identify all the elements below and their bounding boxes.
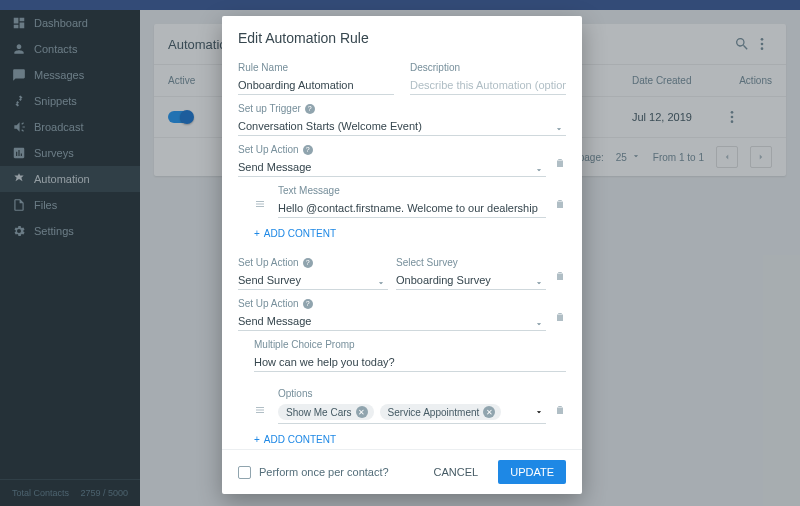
action-label: Set Up Action? (238, 144, 546, 155)
perform-once-label: Perform once per contact? (259, 466, 414, 478)
rule-name-label: Rule Name (238, 62, 394, 73)
cancel-button[interactable]: CANCEL (422, 460, 491, 484)
chip: Show Me Cars✕ (278, 404, 374, 420)
drag-icon[interactable] (254, 402, 266, 420)
trigger-select[interactable] (238, 116, 566, 136)
delete-content-icon[interactable] (554, 196, 566, 214)
update-button[interactable]: UPDATE (498, 460, 566, 484)
text-message-label: Text Message (278, 185, 546, 196)
text-message-input[interactable] (278, 199, 546, 218)
delete-action-icon[interactable] (554, 155, 566, 173)
chip-remove-icon[interactable]: ✕ (356, 406, 368, 418)
perform-once-checkbox[interactable] (238, 466, 251, 479)
chip: Service Appointment✕ (380, 404, 502, 420)
help-icon[interactable]: ? (303, 299, 313, 309)
options-label: Options (278, 388, 546, 399)
modal-title: Edit Automation Rule (222, 16, 582, 54)
mc-prompt-input[interactable] (254, 353, 566, 372)
action2-select[interactable] (238, 270, 388, 290)
action-label: Set Up Action? (238, 257, 388, 268)
survey-select[interactable] (396, 270, 546, 290)
description-label: Description (410, 62, 566, 73)
add-content-button[interactable]: +ADD CONTENT (254, 434, 566, 445)
chip-remove-icon[interactable]: ✕ (483, 406, 495, 418)
action1-select[interactable] (238, 157, 546, 177)
help-icon[interactable]: ? (303, 258, 313, 268)
action-label: Set Up Action? (238, 298, 546, 309)
drag-icon[interactable] (254, 196, 266, 214)
delete-content-icon[interactable] (554, 402, 566, 420)
help-icon[interactable]: ? (303, 145, 313, 155)
select-survey-label: Select Survey (396, 257, 546, 268)
delete-action-icon[interactable] (554, 268, 566, 286)
rule-name-input[interactable] (238, 76, 394, 95)
help-icon[interactable]: ? (305, 104, 315, 114)
mc-prompt-label: Multiple Choice Promp (254, 339, 566, 350)
add-content-button[interactable]: +ADD CONTENT (254, 228, 566, 239)
options-chips[interactable]: Show Me Cars✕ Service Appointment✕ (278, 401, 546, 424)
delete-action-icon[interactable] (554, 309, 566, 327)
description-input[interactable] (410, 76, 566, 95)
edit-automation-modal: Edit Automation Rule Rule Name Descripti… (222, 16, 582, 494)
action3-select[interactable] (238, 311, 546, 331)
trigger-label: Set up Trigger? (238, 103, 566, 114)
